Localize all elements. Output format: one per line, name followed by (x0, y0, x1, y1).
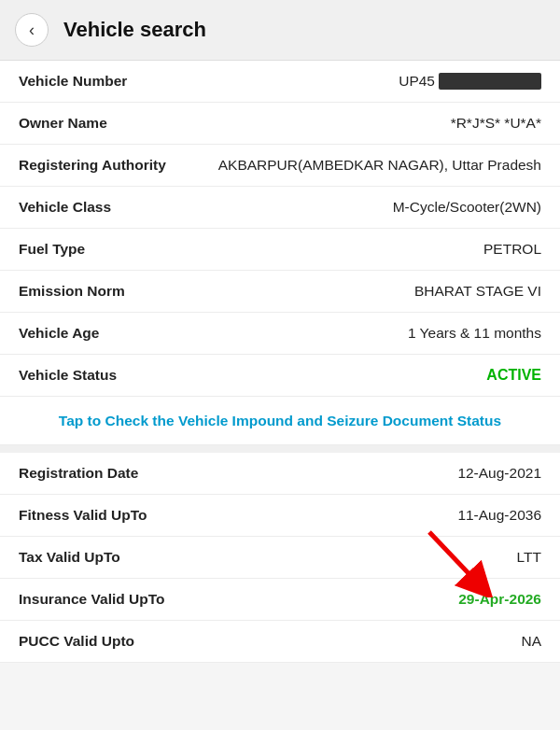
vehicle-number-value: UP45 (127, 73, 541, 90)
vehicle-status-row: Vehicle Status ACTIVE (0, 355, 560, 397)
owner-name-value: *R*J*S* *U*A* (107, 115, 541, 132)
pucc-valid-row: PUCC Valid Upto NA (0, 621, 560, 663)
tap-link-text[interactable]: Tap to Check the Vehicle Impound and Sei… (59, 413, 501, 428)
registering-authority-row: Registering Authority AKBARPUR(AMBEDKAR … (0, 145, 560, 187)
vehicle-age-value: 1 Years & 11 months (99, 325, 541, 342)
pucc-valid-value: NA (134, 633, 541, 650)
owner-name-row: Owner Name *R*J*S* *U*A* (0, 103, 560, 145)
emission-norm-label: Emission Norm (19, 283, 125, 300)
vehicle-number-label: Vehicle Number (19, 73, 127, 90)
tax-valid-row: Tax Valid UpTo LTT (0, 537, 560, 579)
vehicle-status-value: ACTIVE (117, 367, 541, 384)
insurance-valid-value: 29-Apr-2026 (164, 591, 541, 608)
vehicle-info-section: Vehicle Number UP45 Owner Name *R*J*S* *… (0, 61, 560, 445)
back-icon: ‹ (29, 21, 35, 40)
emission-norm-value: BHARAT STAGE VI (125, 283, 541, 300)
vehicle-number-row: Vehicle Number UP45 (0, 61, 560, 103)
insurance-valid-row: Insurance Valid UpTo 29-Apr-2026 (0, 579, 560, 621)
pucc-valid-label: PUCC Valid Upto (19, 633, 134, 650)
fuel-type-value: PETROL (85, 241, 541, 258)
fitness-valid-value: 11-Aug-2036 (147, 507, 541, 524)
fuel-type-label: Fuel Type (19, 241, 85, 258)
owner-name-label: Owner Name (19, 115, 107, 132)
registering-authority-label: Registering Authority (19, 157, 166, 174)
registering-authority-value: AKBARPUR(AMBEDKAR NAGAR), Uttar Pradesh (166, 157, 541, 174)
section-divider (0, 445, 560, 453)
tax-valid-value: LTT (120, 549, 541, 566)
vehicle-class-label: Vehicle Class (19, 199, 111, 216)
page-title: Vehicle search (63, 18, 206, 42)
redacted-bar (439, 73, 541, 90)
tap-link-section[interactable]: Tap to Check the Vehicle Impound and Sei… (0, 397, 560, 445)
insurance-valid-label: Insurance Valid UpTo (19, 591, 164, 608)
vehicle-class-row: Vehicle Class M-Cycle/Scooter(2WN) (0, 187, 560, 229)
header: ‹ Vehicle search (0, 0, 560, 61)
vehicle-age-label: Vehicle Age (19, 325, 99, 342)
fuel-type-row: Fuel Type PETROL (0, 229, 560, 271)
vehicle-age-row: Vehicle Age 1 Years & 11 months (0, 313, 560, 355)
registration-date-row: Registration Date 12-Aug-2021 (0, 453, 560, 495)
back-button[interactable]: ‹ (15, 13, 49, 47)
registration-date-value: 12-Aug-2021 (138, 465, 541, 482)
fitness-valid-row: Fitness Valid UpTo 11-Aug-2036 (0, 495, 560, 537)
fitness-valid-label: Fitness Valid UpTo (19, 507, 147, 524)
emission-norm-row: Emission Norm BHARAT STAGE VI (0, 271, 560, 313)
registration-date-label: Registration Date (19, 465, 138, 482)
registration-details-section: Registration Date 12-Aug-2021 Fitness Va… (0, 453, 560, 663)
tax-valid-label: Tax Valid UpTo (19, 549, 120, 566)
vehicle-status-label: Vehicle Status (19, 367, 117, 384)
vehicle-class-value: M-Cycle/Scooter(2WN) (111, 199, 541, 216)
